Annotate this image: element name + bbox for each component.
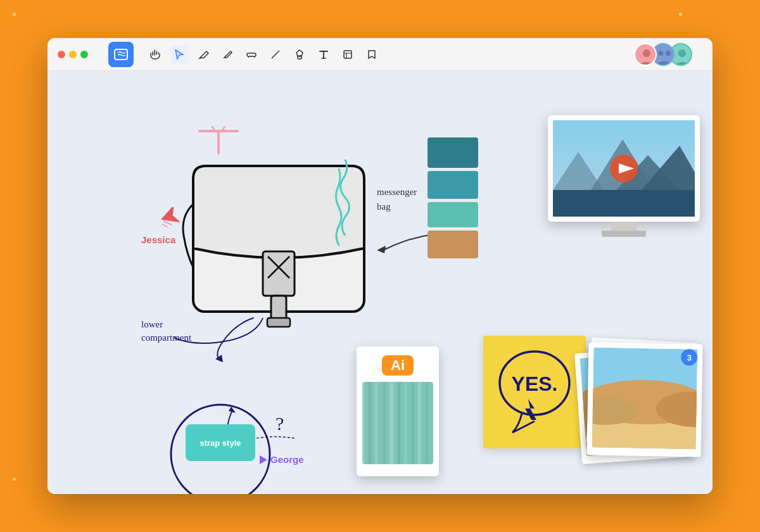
question-mark: ?: [276, 413, 284, 434]
hand-tool[interactable]: [146, 46, 164, 63]
monitor-screen: [548, 115, 700, 222]
select-tool[interactable]: [170, 46, 188, 63]
ai-file-card[interactable]: Ai: [357, 346, 439, 476]
browser-chrome: [48, 38, 712, 71]
george-name-text: George: [270, 454, 304, 465]
strap-style-label: strap style: [200, 438, 241, 448]
svg-point-11: [678, 49, 686, 57]
svg-rect-24: [267, 318, 290, 327]
text-tool[interactable]: [315, 46, 332, 63]
app-logo[interactable]: [108, 42, 134, 67]
strap-style-box: strap style: [186, 424, 255, 461]
svg-text:YES.: YES.: [512, 372, 558, 395]
lower-compartment-label: lower compartment: [141, 318, 191, 345]
color-swatch-1: [428, 137, 478, 168]
ai-badge-text: Ai: [391, 357, 405, 373]
jessica-label: Jessica: [141, 234, 175, 245]
color-swatch-3: [428, 202, 478, 227]
monitor-neck: [611, 222, 636, 231]
color-swatch-2: [428, 171, 478, 199]
traffic-lights: [58, 51, 88, 58]
svg-rect-33: [553, 190, 695, 217]
teal-decoration: [336, 160, 355, 238]
color-swatch-4: [428, 231, 478, 258]
svg-point-8: [658, 51, 663, 56]
svg-line-18: [162, 224, 168, 227]
photos-stack: 3: [569, 334, 705, 470]
photo-front[interactable]: 3: [586, 342, 702, 457]
svg-marker-26: [215, 355, 223, 362]
ai-file-thumbnail: [362, 382, 433, 464]
monitor: [548, 115, 700, 237]
lower-compartment-arrow: [209, 312, 260, 365]
messenger-bag-label: messengerbag: [377, 185, 417, 213]
maximize-button[interactable]: [80, 51, 88, 58]
george-cursor-icon: [260, 455, 267, 464]
marker-tool[interactable]: [243, 46, 260, 63]
avatar-group: [634, 43, 692, 66]
browser-window: Jessica: [48, 38, 712, 494]
george-label: George: [260, 454, 304, 465]
svg-line-17: [163, 221, 172, 225]
highlighter-tool[interactable]: [218, 46, 236, 63]
sticky-tool[interactable]: [339, 46, 357, 63]
svg-marker-27: [377, 246, 386, 253]
mountain-scene: [553, 120, 695, 217]
canvas-area[interactable]: Jessica: [48, 71, 712, 494]
svg-point-9: [666, 51, 671, 56]
svg-rect-1: [247, 53, 256, 56]
main-toolbar: [98, 42, 702, 67]
svg-marker-48: [229, 407, 236, 413]
tool-icons: [146, 46, 381, 63]
shape-tool[interactable]: [291, 46, 308, 63]
line-tool[interactable]: [267, 46, 284, 63]
color-palette: [428, 137, 478, 258]
svg-rect-4: [344, 51, 352, 58]
svg-rect-20: [263, 251, 294, 296]
svg-point-6: [643, 49, 650, 57]
ai-badge: Ai: [382, 355, 414, 376]
avatar-jessica[interactable]: [634, 43, 657, 66]
strap-connection-line: [256, 432, 294, 447]
toolbar-avatars: [634, 43, 692, 66]
comment-tool[interactable]: [363, 46, 381, 63]
monitor-base: [602, 231, 646, 237]
eraser-tool[interactable]: [194, 46, 212, 63]
close-button[interactable]: [58, 51, 65, 58]
svg-rect-3: [298, 56, 301, 59]
logo-icon: [113, 47, 129, 62]
svg-line-2: [272, 51, 279, 58]
yes-illustration: YES.: [493, 345, 576, 439]
minimize-button[interactable]: [69, 51, 77, 58]
